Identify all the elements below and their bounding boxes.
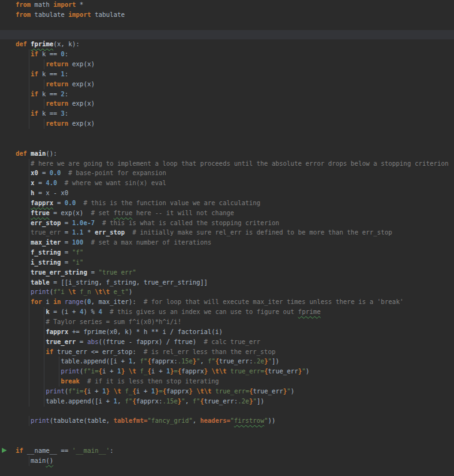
code-token: f" <box>193 398 200 405</box>
indent-guide <box>44 59 44 69</box>
code-token: (): <box>46 150 57 157</box>
indent-guide <box>29 69 29 79</box>
code-token: from <box>16 1 31 8</box>
code-token: += fprime(x0, k) * h ** i / factorial(i) <box>68 328 223 335</box>
code-token <box>16 318 46 325</box>
code-token: = <box>87 269 98 276</box>
indent-guide <box>44 377 44 387</box>
code-token: def <box>16 150 27 157</box>
code-token: # this is what is called the stopping cr… <box>94 220 279 226</box>
code-line: if k == 2: <box>0 89 454 99</box>
indent-guide <box>44 347 44 357</box>
code-token: if <box>31 91 38 98</box>
code-token <box>16 308 46 315</box>
code-token: , <box>193 417 200 424</box>
indent-guide <box>44 119 44 129</box>
code-token: exp(x) <box>68 120 94 127</box>
code-line: from math import * <box>0 0 454 10</box>
code-editor[interactable]: from math import *from tabulate import t… <box>0 0 454 476</box>
code-token: ]) <box>272 358 280 365</box>
code-token: () <box>46 457 53 464</box>
code-token: true_err <box>31 229 61 236</box>
indent-guide <box>29 99 29 109</box>
code-token: '__main__' <box>72 447 109 454</box>
indent-guide <box>29 89 29 99</box>
code-token: .15e <box>163 398 178 405</box>
indent-guide <box>29 357 29 367</box>
indent-guide <box>29 218 29 228</box>
code-token: , <box>185 398 193 405</box>
code-token: main <box>31 150 46 157</box>
code-line: true_err = abs((ftrue - fapprx) / ftrue)… <box>0 337 454 347</box>
code-token <box>16 388 46 395</box>
code-token: range <box>64 298 83 305</box>
code-token: f" <box>208 358 215 365</box>
indent-guide <box>29 208 29 218</box>
code-token: (x, k): <box>53 41 79 48</box>
code-line: table.append([i + 1, f"{fapprx:.15e}", f… <box>0 397 454 407</box>
code-token: here -- it will not change <box>133 210 235 216</box>
code-token: i + <box>87 388 102 395</box>
caret-line-highlight <box>0 30 454 40</box>
code-token: print <box>31 288 49 295</box>
indent-guide <box>59 377 59 387</box>
code-token: break <box>61 378 79 385</box>
code-token: ((ftrue - fapprx) / ftrue) <box>98 338 196 345</box>
code-token: f" <box>125 398 133 405</box>
run-gutter-icon[interactable] <box>2 448 7 453</box>
code-token: "fancy_grid" <box>148 417 193 424</box>
code-token: if <box>31 110 38 117</box>
code-token: = <box>76 338 87 345</box>
indent-guide <box>44 367 44 377</box>
code-token: # this is the function value we are calc… <box>76 200 260 206</box>
code-token: "i" <box>72 259 83 266</box>
code-line: x = 4.0 # where we want sin(x) eval <box>0 178 454 188</box>
code-line: if true_err <= err_stop: # is rel_err le… <box>0 347 454 357</box>
code-token: * <box>76 1 83 8</box>
indent-guide <box>29 159 29 169</box>
indent-guide <box>29 297 29 307</box>
code-token: 0.0 <box>64 200 76 206</box>
indent-guide <box>59 367 59 377</box>
indent-guide <box>29 79 29 89</box>
code-line: fapprx = 0.0 # this is the function valu… <box>0 198 454 208</box>
code-token: true_err= <box>226 368 264 375</box>
indent-guide <box>29 248 29 258</box>
indent-guide <box>29 278 29 288</box>
code-token: fapprx <box>31 200 53 206</box>
code-line: x0 = 0.0 # base-point for expansion <box>0 168 454 178</box>
indent-guide <box>29 367 29 377</box>
code-token <box>16 328 46 335</box>
code-token: return <box>46 61 68 68</box>
code-token: __name__ == <box>23 447 72 454</box>
code-line: true_err = 1.1 * err_stop # initially ma… <box>0 228 454 238</box>
code-token: \t\t <box>211 368 226 375</box>
code-token: exp(x) <box>68 61 94 68</box>
code-token: true_err <box>253 388 283 395</box>
code-line: return exp(x) <box>0 119 454 129</box>
code-token: = <box>61 229 72 236</box>
code-token <box>16 358 61 365</box>
code-token: true_err_string <box>31 269 87 276</box>
indent-guide <box>44 387 44 397</box>
code-token: # where we want sin(x) eval <box>57 180 166 186</box>
indent-guide <box>29 327 29 337</box>
indent-guide <box>29 456 29 466</box>
code-line: h = x - x0 <box>0 188 454 198</box>
code-token: # if it is less then stop iterating <box>79 378 219 385</box>
code-line: break # if it is less then stop iteratin… <box>0 377 454 387</box>
code-token: true_err <= err_stop: <box>53 348 136 355</box>
code-token: fapprx: <box>136 398 163 405</box>
code-line: print(f"i={i + 1} \t f_{i + 1}={fapprx} … <box>0 387 454 397</box>
code-token: true_err <box>46 338 76 345</box>
indent-guide <box>29 387 29 397</box>
indent-guide <box>59 357 59 367</box>
code-line: k = (i + 4) % 4 # this gives us an index… <box>0 307 454 317</box>
code-token: return <box>46 120 68 127</box>
code-token: k == <box>38 110 61 117</box>
code-token <box>16 81 46 88</box>
indent-guide <box>29 347 29 357</box>
code-token: abs <box>87 338 98 345</box>
code-token: main <box>16 457 46 464</box>
indent-guide <box>29 317 29 327</box>
